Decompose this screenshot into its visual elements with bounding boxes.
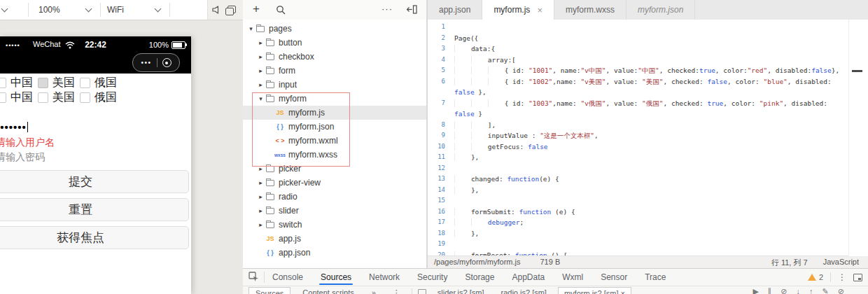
code-line: 4 array:[ <box>428 55 868 66</box>
capsule-home-icon[interactable] <box>162 58 172 67</box>
chevron-down-icon[interactable] <box>1 6 8 13</box>
devtools-tab-Security[interactable]: Security <box>417 269 447 286</box>
devtools-tab-Console[interactable]: Console <box>272 269 303 286</box>
float-window-icon[interactable] <box>227 6 236 13</box>
close-icon[interactable]: × <box>537 5 542 15</box>
code-line: 3 data:{ <box>428 43 868 55</box>
editor-scrollbar[interactable] <box>848 20 868 256</box>
kebab-menu-icon[interactable]: ⋮ <box>838 272 846 282</box>
code-line: 18 }, <box>428 228 868 239</box>
tree-item-myform.wxss[interactable]: wxssmyform.wxss <box>243 148 426 162</box>
devtools-tab-Storage[interactable]: Storage <box>465 269 494 286</box>
disable-breakpoints-icon[interactable]: ⊘ <box>780 287 787 294</box>
tree-item-myform[interactable]: ▾myform <box>243 92 426 106</box>
dock-icon[interactable] <box>853 274 862 281</box>
source-file-tab-myform.js? [sm][interactable]: myform.js? [sm] × <box>558 287 631 294</box>
tree-item-myform.json[interactable]: { }myform.json <box>243 120 426 134</box>
tree-item-slider[interactable]: ▸slider <box>243 204 426 218</box>
tree-item-input[interactable]: ▸input <box>243 78 426 92</box>
devtools-tab-Trace[interactable]: Trace <box>645 269 666 286</box>
indent-guide <box>454 175 471 183</box>
kebab-menu-icon[interactable]: ⋮ <box>387 287 406 294</box>
resume-icon[interactable]: ▶ <box>752 287 758 294</box>
editor-tab-app.json[interactable]: app.json <box>428 0 482 20</box>
password-input[interactable]: ••••••• <box>0 120 191 133</box>
step-out-icon[interactable]: ↑ <box>809 287 813 294</box>
add-file-icon[interactable]: + <box>253 2 260 16</box>
line-number: 15 <box>428 195 454 206</box>
source-file-tab-radio.js? [sm][interactable]: radio.js? [sm] <box>496 287 552 294</box>
checkbox[interactable] <box>80 92 90 103</box>
step-into-icon[interactable]: ↓ <box>797 287 801 294</box>
file-group-icon[interactable] <box>418 289 426 294</box>
chevron-down-icon[interactable] <box>155 6 162 13</box>
simulator-panel: ••••• WeChat 22:42 100% ••• 中国美国俄国中国美国俄国… <box>0 0 243 294</box>
phone-button[interactable]: 提交 <box>0 170 189 193</box>
editor-tab-myform.json[interactable]: myform.json <box>626 0 695 20</box>
checkbox[interactable] <box>38 78 48 88</box>
cursor-position-label[interactable]: 行 11, 列 7 <box>771 258 808 268</box>
zoom-dropdown[interactable]: 100% <box>38 5 60 15</box>
tree-item-switch[interactable]: ▸switch <box>243 218 426 232</box>
checkbox[interactable] <box>38 92 48 103</box>
username-input[interactable]: 请输入用户名 <box>0 136 191 149</box>
warning-icon[interactable] <box>808 274 816 281</box>
editor-tab-myform.js[interactable]: myform.js× <box>482 0 554 20</box>
phone-buttons: 提交重置获得焦点 <box>0 170 191 249</box>
inspect-element-icon[interactable] <box>248 272 259 282</box>
more-icon[interactable]: ••• <box>141 59 151 66</box>
password-placeholder-input[interactable]: 请输入密码 <box>0 151 191 164</box>
tree-item-myform.js[interactable]: JSmyform.js <box>243 106 426 120</box>
tree-item-picker[interactable]: ▸picker <box>243 162 426 176</box>
checkbox-label: 中国 <box>10 90 33 105</box>
sources-subtab-Sources[interactable]: Sources <box>248 287 290 294</box>
checkbox[interactable] <box>0 78 6 88</box>
chevron-down-icon[interactable] <box>85 6 92 13</box>
chevron-collapsed-icon: ▸ <box>257 207 265 214</box>
pretty-print-icon[interactable]: ✎ <box>822 287 829 294</box>
devtools-tab-AppData[interactable]: AppData <box>512 269 545 286</box>
language-mode-label[interactable]: JavaScript <box>823 258 859 268</box>
sources-subtab-Content scripts[interactable]: Content scripts <box>296 287 360 294</box>
code-editor[interactable]: 12Page({3 data:{4 array:[5 { id: "1001",… <box>428 20 868 256</box>
more-icon[interactable]: ··· <box>382 4 393 14</box>
indent-guide <box>454 153 471 161</box>
collapse-panel-icon[interactable] <box>407 5 417 14</box>
phone-button[interactable]: 获得焦点 <box>0 226 189 249</box>
network-dropdown[interactable]: WiFi <box>107 5 124 15</box>
tree-item-myform.wxml[interactable]: < >myform.wxml <box>243 134 426 148</box>
tree-item-checkbox[interactable]: ▸checkbox <box>243 50 426 64</box>
capsule-menu[interactable]: ••• <box>132 53 180 72</box>
code-text: debugger; <box>454 217 524 228</box>
folder-icon <box>266 180 274 186</box>
tree-item-app.json[interactable]: { }app.json <box>243 246 426 260</box>
chevron-expanded-icon: ▾ <box>257 95 265 102</box>
tree-item-pages[interactable]: ▾pages <box>243 22 426 36</box>
sound-icon[interactable] <box>212 6 221 14</box>
code-token: ,name: <box>552 78 580 85</box>
overflow-icon[interactable]: » <box>366 287 382 294</box>
checkbox[interactable] <box>0 92 6 103</box>
devtools-tab-Wxml[interactable]: Wxml <box>562 269 583 286</box>
checkbox[interactable] <box>80 78 90 88</box>
block-icon[interactable]: ⊘ <box>838 287 844 294</box>
tree-item-button[interactable]: ▸button <box>243 36 426 50</box>
tree-item-form[interactable]: ▸form <box>243 64 426 78</box>
devtools-tab-Network[interactable]: Network <box>369 269 400 286</box>
devtools-tab-Sensor[interactable]: Sensor <box>601 269 627 286</box>
pause-icon[interactable]: ∥ <box>768 287 772 294</box>
editor-tab-myform.wxss[interactable]: myform.wxss <box>554 0 626 20</box>
devtools-tab-Sources[interactable]: Sources <box>321 269 351 286</box>
tree-item-app.js[interactable]: JSapp.js <box>243 232 426 246</box>
tree-item-picker-view[interactable]: ▸picker-view <box>243 176 426 190</box>
code-token: { id: <box>505 99 528 107</box>
keyword-token: false <box>528 143 548 150</box>
folder-icon <box>266 166 274 172</box>
code-text: { id: "1003",name: "v俄国", value: "俄国", c… <box>454 98 827 109</box>
code-text: { id: "1001", name:"v中国", value:"中国", ch… <box>454 65 839 76</box>
search-icon[interactable] <box>276 5 286 15</box>
phone-button[interactable]: 重置 <box>0 198 189 221</box>
source-file-tab-slider.js? [sm][interactable]: slider.js? [sm] <box>432 287 490 294</box>
tree-item-radio[interactable]: ▸radio <box>243 190 426 204</box>
warning-count[interactable]: 2 <box>819 273 823 281</box>
